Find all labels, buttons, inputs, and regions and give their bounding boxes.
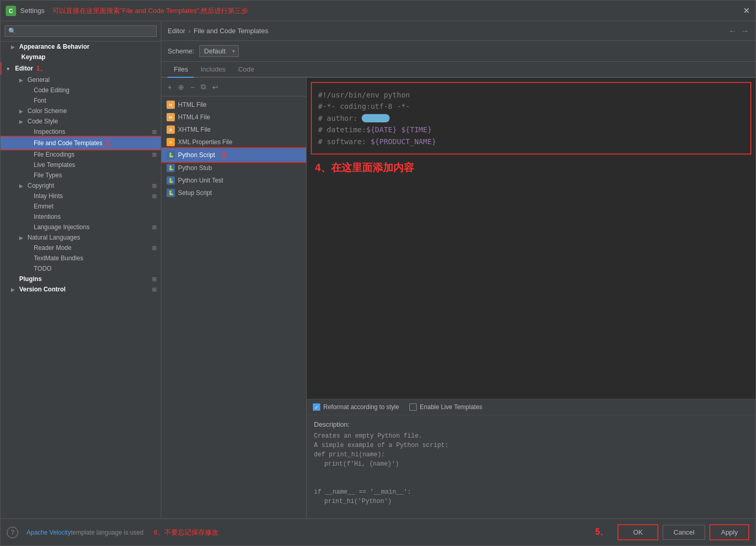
scheme-select-wrapper: Default xyxy=(199,45,239,57)
sidebar-item-reader-mode[interactable]: Reader Mode ⊞ xyxy=(1,243,161,253)
sidebar-item-version-control[interactable]: ▶ Version Control ⊞ xyxy=(1,284,161,295)
file-list-pane: + ⊕ − ⧉ ↩ H HTML File H xyxy=(161,78,307,519)
sidebar-item-file-and-code-templates[interactable]: File and Code Templates 2、 xyxy=(1,137,161,149)
bottom-options: ✓ Reformat according to style Enable Liv… xyxy=(307,399,755,415)
live-templates-checkbox[interactable]: Enable Live Templates xyxy=(409,403,483,411)
expand-icon: ▶ xyxy=(19,119,25,124)
split-pane: + ⊕ − ⧉ ↩ H HTML File H xyxy=(161,78,755,519)
desc-line-2: A simple example of a Python script: xyxy=(314,441,748,450)
sidebar-item-label: File and Code Templates xyxy=(34,139,103,147)
tab-code[interactable]: Code xyxy=(232,62,260,78)
file-item-python-script[interactable]: 🐍 Python Script 3、 xyxy=(161,148,306,162)
cancel-button[interactable]: Cancel xyxy=(663,525,705,540)
sidebar-item-textmate-bundles[interactable]: TextMate Bundles xyxy=(1,253,161,263)
file-item-label: Setup Script xyxy=(178,189,212,197)
sidebar-item-keymap[interactable]: Keymap xyxy=(1,52,161,62)
sidebar-item-plugins[interactable]: Plugins ⊞ xyxy=(1,274,161,284)
sidebar-item-todo[interactable]: TODO xyxy=(1,263,161,274)
reformat-check-box: ✓ xyxy=(313,403,320,411)
settings-window: C Settings 可以直接在这里面搜索"File and Code Temp… xyxy=(0,0,756,546)
sidebar-item-font[interactable]: Font xyxy=(1,95,161,106)
ext-icon: ⊞ xyxy=(152,151,157,158)
file-item-html4[interactable]: H HTML4 File xyxy=(161,111,306,123)
help-button[interactable]: ? xyxy=(7,527,18,538)
file-item-python-stub[interactable]: 🐍 Python Stub xyxy=(161,162,306,174)
sidebar-item-editor[interactable]: ▾ Editor 1、 xyxy=(1,62,161,75)
title-bar: C Settings 可以直接在这里面搜索"File and Code Temp… xyxy=(1,1,755,21)
add-button[interactable]: + xyxy=(166,82,174,92)
file-item-html[interactable]: H HTML File xyxy=(161,99,306,111)
reformat-checkbox[interactable]: ✓ Reformat according to style xyxy=(313,403,399,411)
expand-icon xyxy=(25,98,32,104)
sidebar-item-code-style[interactable]: ▶ Code Style xyxy=(1,116,161,127)
search-wrapper[interactable]: 🔍 xyxy=(5,25,157,37)
file-item-xhtml[interactable]: X XHTML File xyxy=(161,123,306,136)
annotation-6: 6、不要忘记保存修改 xyxy=(154,528,218,537)
velocity-link[interactable]: Apache Velocity xyxy=(26,529,71,536)
velocity-suffix: template language is used xyxy=(71,529,143,536)
sidebar-item-label: File Types xyxy=(34,172,62,179)
expand-icon xyxy=(25,193,32,199)
sidebar-item-language-injections[interactable]: Language Injections ⊞ xyxy=(1,222,161,232)
close-button[interactable]: ✕ xyxy=(742,7,750,15)
expand-icon xyxy=(25,245,32,251)
sidebar-item-copyright[interactable]: ▶ Copyright ⊞ xyxy=(1,180,161,191)
sidebar-item-intentions[interactable]: Intentions xyxy=(1,212,161,222)
sidebar-item-file-types[interactable]: File Types xyxy=(1,170,161,180)
file-list-toolbar: + ⊕ − ⧉ ↩ xyxy=(161,78,306,96)
sidebar-item-file-encodings[interactable]: File Encodings ⊞ xyxy=(1,149,161,160)
search-input[interactable] xyxy=(19,27,153,35)
setup-script-icon: 🐍 xyxy=(167,189,175,197)
sidebar-item-inlay-hints[interactable]: Inlay Hints ⊞ xyxy=(1,191,161,201)
expand-icon: ▶ xyxy=(19,235,25,241)
sidebar-item-inspections[interactable]: Inspections ⊞ xyxy=(1,127,161,137)
apply-button[interactable]: Apply xyxy=(709,524,749,540)
sidebar-item-natural-languages[interactable]: ▶ Natural Languages xyxy=(1,232,161,243)
breadcrumb-current: File and Code Templates xyxy=(194,27,268,35)
scheme-select[interactable]: Default xyxy=(199,45,239,57)
ok-button[interactable]: OK xyxy=(617,524,658,540)
expand-icon xyxy=(25,129,32,135)
expand-icon xyxy=(25,225,32,230)
top-annotation: 可以直接在这里面搜索"File and Code Templates",然后进行… xyxy=(52,6,248,16)
remove-button[interactable]: − xyxy=(188,82,197,92)
file-item-setup-script[interactable]: 🐍 Setup Script xyxy=(161,187,306,199)
file-item-label: Python Script xyxy=(178,151,215,159)
tab-files[interactable]: Files xyxy=(168,62,194,78)
file-item-python-unit-test[interactable]: 🐍 Python Unit Test xyxy=(161,174,306,187)
xhtml-file-icon: X xyxy=(167,125,175,134)
duplicate-button[interactable]: ⧉ xyxy=(199,81,208,92)
sidebar-item-label: Intentions xyxy=(34,213,61,220)
sidebar-item-emmet[interactable]: Emmet xyxy=(1,201,161,212)
html4-file-icon: H xyxy=(167,113,175,121)
sidebar: 🔍 ▶ Appearance & Behavior Keymap ▾ xyxy=(1,21,161,519)
tabs-row: Files Includes Code xyxy=(161,62,755,78)
forward-button[interactable]: → xyxy=(741,26,749,36)
file-item-label: HTML4 File xyxy=(178,114,210,121)
tab-includes[interactable]: Includes xyxy=(194,62,231,78)
sidebar-item-general[interactable]: ▶ General xyxy=(1,75,161,85)
main-layout: 🔍 ▶ Appearance & Behavior Keymap ▾ xyxy=(1,21,755,519)
expand-icon: ▶ xyxy=(19,183,25,189)
sidebar-item-color-scheme[interactable]: ▶ Color Scheme xyxy=(1,106,161,116)
copy-button[interactable]: ⊕ xyxy=(176,82,186,92)
sidebar-item-code-editing[interactable]: Code Editing xyxy=(1,85,161,95)
reformat-label: Reformat according to style xyxy=(323,403,399,411)
code-line-3: # author: xyxy=(318,113,744,124)
code-line-5: # software: ${PRODUCT_NAME} xyxy=(318,136,744,147)
sidebar-item-live-templates[interactable]: Live Templates xyxy=(1,160,161,170)
expand-icon xyxy=(25,152,32,158)
ext-icon: ⊞ xyxy=(152,245,157,251)
sidebar-item-appearance[interactable]: ▶ Appearance & Behavior xyxy=(1,41,161,52)
code-editor[interactable]: #!/usr/bin/env python #-*- coding:utf-8 … xyxy=(311,82,751,155)
desc-line-5 xyxy=(314,469,748,478)
sidebar-item-label: Language Injections xyxy=(34,223,89,231)
reset-button[interactable]: ↩ xyxy=(210,82,221,92)
python-stub-icon: 🐍 xyxy=(167,164,175,172)
code-line-1: #!/usr/bin/env python xyxy=(318,89,744,101)
back-button[interactable]: ← xyxy=(728,26,737,36)
author-blob xyxy=(362,114,390,122)
expand-icon: ▶ xyxy=(11,287,17,292)
expand-icon xyxy=(25,162,32,168)
file-item-xml-properties[interactable]: X XML Properties File xyxy=(161,136,306,148)
